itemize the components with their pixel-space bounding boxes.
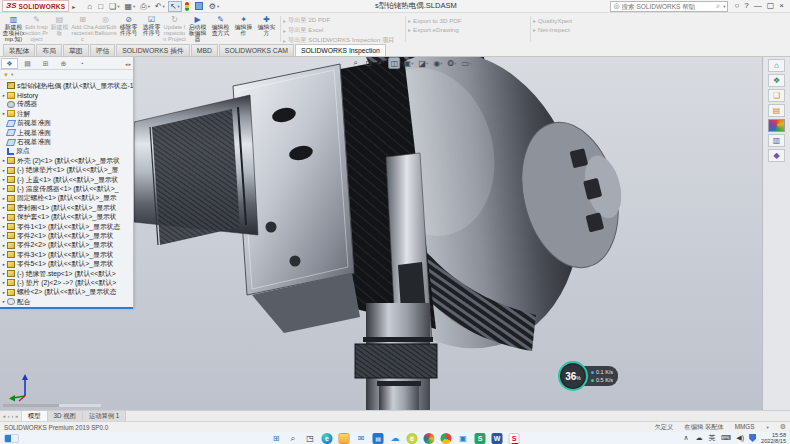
command-tab[interactable]: 草图 [63, 44, 89, 56]
panel-horizontal-scrollbar[interactable] [2, 403, 102, 408]
status-item[interactable]: 欠定义 [654, 423, 673, 432]
featuremanager-tab[interactable]: ❖ [1, 58, 18, 69]
taskbar-app-button[interactable]: e [322, 433, 333, 444]
zoom-percent-bubble[interactable]: 36 % [558, 361, 588, 391]
tree-item[interactable]: ▸ 保护套<1> (默认<<默认>_显示状 [1, 212, 133, 221]
tree-filter-row[interactable]: ▼ ▾ [0, 70, 133, 80]
taskbar-app-button[interactable]: ◳ [305, 433, 316, 444]
tree-item[interactable]: ▸ 配合 [1, 297, 133, 306]
tree-item[interactable]: ▸ 上视基准面 [1, 128, 133, 137]
ribbon-button[interactable]: ⊞ Add Characteristic [71, 14, 94, 44]
tree-item[interactable]: ▸ 零件2<2> (默认<<默认>_显示状 [1, 241, 133, 250]
tree-item[interactable]: ▸ 密封圈<1> (默认<<默认>_显示状 [1, 203, 133, 212]
export-menu-item[interactable]: ▸ 导出至 SOLIDWORKS Inspection 项目 [283, 36, 403, 44]
quick-access-button[interactable]: ▦ ▾ [122, 1, 137, 12]
tree-item[interactable]: ▸ 右视基准面 [1, 137, 133, 146]
filter-caret-icon[interactable]: ▾ [11, 72, 13, 77]
tree-item[interactable]: ▸ 零件1<1> (默认<<默认>_显示状态 [1, 222, 133, 231]
taskbar-app-button[interactable]: ● [441, 433, 452, 444]
featuremanager-tab[interactable]: ◔ [73, 58, 90, 69]
tree-item[interactable]: ▸ 零件3<1> (默认<<默认>_显示状 [1, 250, 133, 259]
command-tab[interactable]: SOLIDWORKS 插件 [116, 44, 190, 56]
task-pane-button[interactable]: ❖ [768, 74, 785, 87]
filter-funnel-icon[interactable]: ▼ [3, 72, 9, 78]
restore-button[interactable]: ▢ [767, 1, 775, 11]
tree-item[interactable]: ▸ 前视基准面 [1, 119, 133, 128]
ribbon-button[interactable]: ✎ 编辑检查方式 [209, 14, 232, 44]
units-caret-icon[interactable]: ▾ [766, 425, 768, 430]
dropdown-caret-icon[interactable]: ▾ [133, 4, 135, 9]
dropdown-caret-icon[interactable]: ▾ [469, 61, 471, 66]
tree-item[interactable]: ▸ (-) 上盖<1> (默认<<默认>_显示状 [1, 175, 133, 184]
export-menu-item[interactable]: ▸ QualityXpert [533, 17, 653, 24]
search-dropdown-caret[interactable]: ▾ [723, 4, 725, 9]
tab-nav-arrow-icon[interactable]: « [3, 413, 6, 419]
dropdown-caret-icon[interactable]: ▾ [454, 61, 456, 66]
tree-item[interactable]: ▸ 原点 [1, 147, 133, 156]
ribbon-button[interactable]: ↻ Update Inspection Project [163, 14, 186, 44]
tray-icon[interactable]: ◀) [736, 434, 744, 442]
view-toolbar-button[interactable]: ⌕ [350, 57, 362, 69]
model-bottom-stem[interactable] [355, 303, 437, 410]
tray-icon[interactable]: ⌨ [721, 434, 731, 442]
dropdown-caret-icon[interactable]: ▾ [178, 4, 180, 9]
ribbon-button[interactable]: ✦ 编辑操作 [232, 14, 255, 44]
ribbon-button[interactable]: ✎ Edit Inspection Project [25, 14, 48, 44]
command-tab[interactable]: SOLIDWORKS Inspection [295, 44, 386, 56]
task-pane-button[interactable]: ● [768, 119, 785, 132]
tree-item[interactable]: ▸ 固定螺栓<1> (默认<<默认>_显示 [1, 194, 133, 203]
task-pane-button[interactable]: ⌂ [768, 59, 785, 72]
tree-item[interactable]: ▸ 螺栓<2> (默认<<默认>_显示状态 [1, 288, 133, 297]
scrollbar-thumb[interactable] [3, 404, 59, 407]
speed-overlay[interactable]: 36 % 0.1 K/s 0.5 K/s [558, 361, 618, 391]
search-magnifier-icon[interactable]: ⌕ [716, 2, 720, 10]
tray-icon[interactable]: ∧ [682, 434, 690, 442]
task-pane-button[interactable]: ❏ [768, 89, 785, 102]
status-settings-gear-icon[interactable]: ⚙ [780, 423, 786, 431]
taskbar-app-button[interactable]: S [475, 433, 486, 444]
login-icon[interactable]: ○ [734, 1, 739, 11]
dropdown-caret-icon[interactable]: ▾ [148, 4, 150, 9]
tab-nav-arrow-icon[interactable]: ‹ [8, 413, 10, 419]
quick-access-button[interactable] [193, 1, 206, 12]
export-menu-item[interactable]: ▸ Net-Inspect [533, 26, 653, 33]
tray-icon[interactable]: 英 [708, 433, 716, 443]
model-probe-shaft[interactable] [134, 95, 258, 245]
command-tab[interactable]: SOLIDWORKS CAM [219, 44, 294, 56]
taskbar-app-button[interactable]: e [407, 433, 418, 444]
view-toolbar-button[interactable]: ◪ ▾ [416, 57, 430, 69]
quick-access-button[interactable]: □ [96, 1, 106, 12]
dropdown-caret-icon[interactable]: ▾ [217, 4, 219, 9]
widgets-button[interactable] [4, 434, 19, 443]
tab-nav-arrow-icon[interactable]: » [15, 413, 18, 419]
quick-access-button[interactable]: ⎙ ▾ [138, 1, 152, 12]
quick-access-button[interactable]: ⚙ ▾ [207, 1, 221, 12]
task-pane-button[interactable]: ▤ [768, 104, 785, 117]
help-search-box[interactable]: ◎ ⌕ ▾ [610, 1, 728, 12]
tree-item[interactable]: ▸ (-) 绝缘管.step<1> (默认<<默认> [1, 269, 133, 278]
taskbar-clock[interactable]: 15:58 2022/8/15 [761, 432, 786, 444]
featuremanager-tab[interactable]: ⊞ [37, 58, 54, 69]
dropdown-caret-icon[interactable]: ▾ [426, 61, 428, 66]
ribbon-button[interactable]: ✚ 编辑实方 [255, 14, 278, 44]
taskbar-app-button[interactable]: ⊞ [271, 433, 282, 444]
view-toolbar-button[interactable]: ❂ ▾ [446, 57, 459, 69]
taskbar-app-button[interactable]: ☁ [390, 433, 401, 444]
view-toolbar-button[interactable]: ▭ ▾ [459, 57, 473, 69]
ribbon-button[interactable]: ▥ 新建检查项目(xmp.知) [2, 14, 25, 44]
featuremanager-tab[interactable]: ⊕ [55, 58, 72, 69]
command-tab[interactable]: MBD [191, 44, 218, 56]
ribbon-button[interactable]: ◎ Add/Edit Balloons [94, 14, 117, 44]
tab-nav-arrow-icon[interactable]: › [11, 413, 13, 419]
view-toolbar-button[interactable]: ◉ ▾ [431, 57, 444, 69]
command-tab[interactable]: 布局 [36, 44, 62, 56]
ribbon-button[interactable]: ☑ 选择零件序号 [140, 14, 163, 44]
bottom-tab[interactable]: 3D 视图 [48, 411, 83, 421]
menu-flyout-arrow[interactable]: ▸ [72, 3, 75, 10]
tab-scroll-arrow-icon[interactable]: ◂ [125, 61, 128, 67]
bottom-tab[interactable]: 模型 [22, 411, 48, 421]
command-tab[interactable]: 评估 [90, 44, 116, 56]
task-pane-button[interactable]: ▥ [768, 134, 785, 147]
tree-item[interactable]: ▸ (-) 绝缘垫片<1> (默认<<默认>_显 [1, 166, 133, 175]
taskbar-app-button[interactable]: ● [424, 433, 435, 444]
